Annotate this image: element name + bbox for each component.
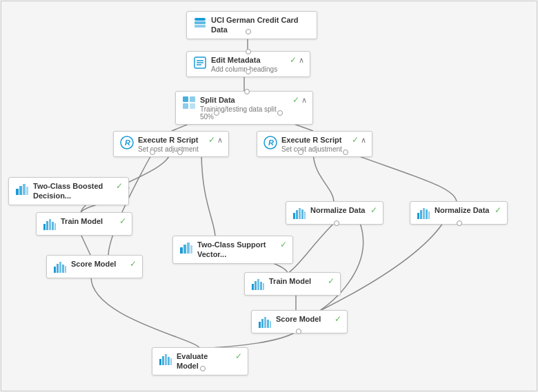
node-uci-title: UCI German Credit Card Data [211, 15, 311, 35]
svg-rect-44 [255, 281, 257, 290]
score-left-icon [52, 259, 68, 274]
normalize-left-icon [292, 205, 307, 220]
connector-dot[interactable] [246, 29, 251, 34]
svg-rect-20 [296, 210, 298, 219]
caret-icon[interactable]: ∧ [299, 56, 304, 65]
svg-rect-19 [293, 213, 295, 219]
check-icon: ✓ [370, 205, 377, 215]
connector-dot[interactable] [177, 149, 183, 155]
svg-rect-22 [301, 209, 303, 219]
node-two-class-boosted-title: Two-Class Boosted Decision... [33, 181, 112, 201]
caret-icon[interactable]: ∧ [217, 136, 223, 145]
svg-rect-37 [190, 245, 192, 254]
svg-rect-54 [162, 356, 164, 365]
svg-rect-2 [195, 25, 206, 28]
node-execute-r-right[interactable]: R Execute R Script Set cost adjustment ✓… [257, 131, 372, 157]
connector-dot[interactable] [343, 149, 348, 155]
node-two-class-svm[interactable]: Two-Class Support Vector... ✓ [172, 236, 293, 264]
node-normalize-right-title: Normalize Data [435, 205, 491, 215]
node-execute-r-left[interactable]: R Execute R Script Set cost adjustment ✓… [113, 131, 229, 157]
node-train-model-left[interactable]: Train Model ✓ [36, 212, 132, 236]
node-execute-r-left-title: Execute R Script [138, 135, 205, 145]
connector-dot[interactable] [296, 329, 301, 334]
connector-dot[interactable] [214, 110, 219, 116]
connector-dot[interactable] [457, 220, 462, 226]
svg-rect-1 [195, 21, 206, 24]
svg-rect-26 [423, 208, 425, 219]
node-execute-r-right-subtitle: Set cost adjustment [281, 145, 348, 153]
connector-dot[interactable] [150, 149, 155, 155]
svg-rect-18 [26, 187, 28, 195]
svm-icon [179, 240, 194, 255]
caret-icon[interactable]: ∧ [361, 136, 366, 145]
svg-rect-27 [426, 209, 428, 219]
svg-rect-36 [187, 243, 190, 254]
node-two-class-svm-title: Two-Class Support Vector... [197, 240, 277, 260]
check-icon: ✓ [116, 181, 123, 191]
node-split-data-title: Split Data [200, 95, 289, 105]
check-icon: ✓ [119, 216, 126, 226]
svg-rect-21 [299, 208, 301, 219]
evaluate-icon [158, 351, 173, 367]
svg-rect-46 [260, 282, 262, 290]
connector-dot[interactable] [200, 366, 206, 371]
connector-dot[interactable] [246, 49, 251, 54]
svg-rect-51 [267, 320, 269, 328]
svg-rect-32 [52, 222, 54, 230]
node-normalize-left-title: Normalize Data [310, 205, 367, 215]
check-icon: ✓ [495, 205, 501, 215]
svg-rect-55 [165, 354, 167, 365]
node-execute-r-right-title: Execute R Script [281, 135, 348, 145]
caret-icon[interactable]: ∧ [301, 96, 307, 105]
connector-dot[interactable] [246, 69, 251, 74]
check-icon: ✓ [208, 135, 215, 145]
metadata-icon [192, 55, 208, 70]
node-two-class-boosted[interactable]: Two-Class Boosted Decision... ✓ [8, 177, 129, 205]
check-icon: ✓ [130, 259, 137, 269]
svg-rect-29 [43, 224, 46, 230]
svg-rect-50 [264, 317, 266, 328]
node-train-model-left-title: Train Model [61, 216, 116, 226]
svg-rect-16 [19, 186, 22, 195]
svg-rect-30 [46, 221, 48, 230]
connector-dot[interactable] [244, 89, 250, 94]
svg-rect-49 [261, 319, 263, 328]
node-split-data[interactable]: Split Data Training/testing data split 5… [175, 91, 313, 125]
check-icon: ✓ [235, 351, 242, 361]
check-icon: ✓ [292, 95, 299, 105]
svg-rect-34 [180, 247, 183, 254]
svg-rect-10 [190, 103, 195, 109]
node-score-model-right-title: Score Model [276, 314, 331, 324]
boosted-icon [14, 181, 30, 196]
check-icon: ✓ [352, 135, 359, 145]
svg-text:R: R [125, 138, 130, 147]
workflow-canvas[interactable]: UCI German Credit Card Data Edit Metadat… [1, 1, 537, 391]
svg-rect-39 [57, 264, 59, 273]
node-train-model-right[interactable]: Train Model ✓ [244, 272, 341, 296]
svg-rect-15 [16, 189, 19, 195]
svg-rect-56 [168, 357, 170, 365]
connector-dot[interactable] [298, 149, 303, 155]
svg-rect-28 [428, 212, 430, 219]
svg-rect-9 [183, 103, 188, 109]
svg-rect-41 [62, 265, 64, 273]
svg-rect-42 [65, 266, 66, 273]
node-score-model-left[interactable]: Score Model ✓ [46, 255, 143, 278]
check-icon: ✓ [290, 55, 297, 65]
check-icon: ✓ [280, 240, 287, 249]
svg-rect-23 [304, 212, 306, 219]
r-icon-right: R [263, 135, 278, 150]
node-evaluate-model[interactable]: Evaluate Model ✓ [152, 347, 248, 375]
svg-rect-33 [54, 223, 56, 230]
split-icon [181, 95, 197, 110]
check-icon: ✓ [335, 314, 341, 324]
connector-dot[interactable] [334, 220, 339, 226]
svg-text:R: R [268, 138, 274, 147]
connector-dot[interactable] [277, 110, 283, 116]
svg-rect-57 [170, 358, 172, 365]
train-left-icon [42, 216, 57, 231]
node-uci[interactable]: UCI German Credit Card Data [186, 11, 317, 39]
svg-rect-38 [54, 267, 56, 273]
node-edit-metadata-title: Edit Metadata [211, 55, 286, 65]
svg-rect-47 [263, 283, 264, 290]
